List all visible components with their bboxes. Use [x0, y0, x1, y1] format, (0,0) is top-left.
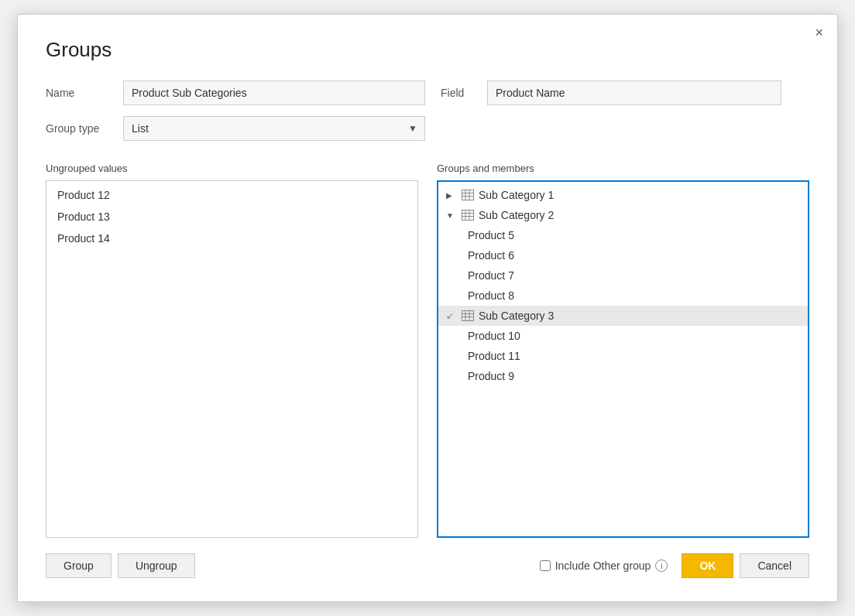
field-label: Field [441, 87, 472, 99]
name-field-row: Name Field [46, 80, 809, 105]
table-icon [462, 190, 474, 200]
bottom-left: Group Ungroup [46, 553, 195, 578]
group-type-label: Group type [46, 122, 108, 135]
group-name: Sub Category 1 [479, 189, 554, 201]
ungrouped-title: Ungrouped values [46, 163, 418, 174]
svg-rect-5 [462, 210, 474, 221]
member-name: Product 10 [468, 330, 520, 342]
member-name: Product 5 [468, 229, 514, 241]
expand-icon: ↙ [446, 310, 457, 321]
member-name: Product 9 [468, 370, 514, 382]
group-row-sub-category-1[interactable]: ▶ Sub Category 1 [438, 185, 808, 205]
svg-rect-0 [462, 190, 474, 200]
close-button[interactable]: × [815, 26, 823, 39]
info-icon[interactable]: i [655, 560, 668, 572]
member-row[interactable]: Product 6 [438, 245, 808, 265]
name-input[interactable] [123, 80, 425, 105]
panels-row: Ungrouped values Product 12 Product 13 P… [46, 163, 809, 538]
member-row[interactable]: Product 8 [438, 286, 808, 306]
group-type-select-wrapper: List Bin ▼ [123, 116, 425, 141]
group-name: Sub Category 2 [479, 209, 554, 221]
ungrouped-list[interactable]: Product 12 Product 13 Product 14 [46, 180, 418, 538]
member-row[interactable]: Product 9 [438, 366, 808, 386]
expand-icon: ▼ [446, 211, 457, 220]
group-row-sub-category-2[interactable]: ▼ Sub Category 2 [438, 205, 808, 225]
dialog-title: Groups [46, 38, 809, 62]
group-button[interactable]: Group [46, 553, 112, 578]
member-row[interactable]: Product 5 [438, 225, 808, 245]
member-name: Product 7 [468, 269, 514, 282]
bottom-row: Group Ungroup Include Other group i OK C… [46, 553, 809, 578]
member-name: Product 8 [468, 289, 514, 302]
table-icon [462, 310, 474, 321]
group-row-sub-category-3[interactable]: ↙ Sub Category 3 [438, 306, 808, 326]
list-item[interactable]: Product 14 [46, 228, 417, 249]
groups-dialog: × Groups Name Field Group type List Bin … [17, 14, 838, 602]
expand-icon: ▶ [446, 191, 457, 200]
include-other-label[interactable]: Include Other group i [540, 560, 668, 572]
group-name: Sub Category 3 [479, 310, 554, 322]
groups-list[interactable]: ▶ Sub Category 1 ▼ [437, 180, 809, 538]
groups-title: Groups and members [437, 163, 809, 174]
action-buttons: OK Cancel [682, 553, 809, 578]
member-row[interactable]: Product 7 [438, 265, 808, 286]
field-input[interactable] [487, 80, 781, 105]
member-name: Product 11 [468, 350, 520, 362]
member-row[interactable]: Product 11 [438, 346, 808, 366]
ungrouped-panel: Ungrouped values Product 12 Product 13 P… [46, 163, 418, 538]
table-icon [462, 210, 474, 221]
include-other-checkbox[interactable] [540, 560, 551, 571]
svg-rect-10 [462, 311, 474, 321]
member-name: Product 6 [468, 249, 514, 262]
member-row[interactable]: Product 10 [438, 326, 808, 346]
include-other-text: Include Other group [555, 560, 651, 572]
list-item[interactable]: Product 12 [46, 184, 417, 206]
name-label: Name [46, 87, 108, 99]
bottom-right: Include Other group i OK Cancel [540, 553, 809, 578]
ungroup-button[interactable]: Ungroup [118, 553, 195, 578]
group-type-select[interactable]: List Bin [123, 116, 425, 141]
list-item[interactable]: Product 13 [46, 206, 417, 228]
group-type-row: Group type List Bin ▼ [46, 116, 809, 141]
groups-panel: Groups and members ▶ Sub Category 1 [437, 163, 809, 538]
cancel-button[interactable]: Cancel [740, 553, 809, 578]
ok-button[interactable]: OK [682, 553, 733, 578]
